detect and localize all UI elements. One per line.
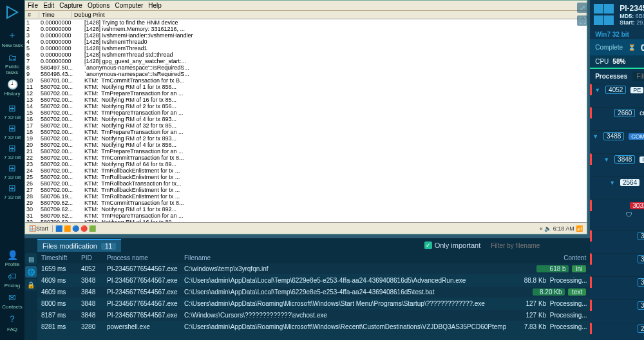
tag: PE	[639, 156, 644, 163]
file-row[interactable]: 4609 ms 3848 PI-23456776544567.exe C:\Us…	[37, 275, 590, 287]
shield-icon: 🛡	[626, 211, 632, 218]
process-stats: 📋91⚙9◆22	[590, 188, 644, 200]
tray-app-icon[interactable]: 🟧	[64, 225, 71, 232]
bottom-side-tabs[interactable]: ▤ 🌐 🔒	[24, 252, 37, 340]
rail-os-thumb[interactable]: ⊞7 32 bit	[0, 103, 24, 120]
debug-row[interactable]: 25580702.00...KTM: TmRollbackEnlistment …	[25, 174, 587, 180]
process-node[interactable]: 2728 sc.exe stop wuauserv	[590, 323, 644, 334]
debug-row[interactable]: 20580702.00...KTM: Notifying RM of 4 for…	[25, 142, 587, 148]
start-button[interactable]: 🪟Start	[25, 225, 53, 232]
process-node[interactable]: ▼ 3488 COM CMSTPLUA	[590, 130, 644, 142]
rail-icon: 🕘	[7, 79, 18, 90]
rail-history[interactable]: 🕘History	[0, 79, 24, 97]
process-tree[interactable]: ▼ 4052 PE PI-23456776544567.exe 📋862⚙63◆…	[590, 84, 644, 340]
process-stats: 📋518⚙92◆71	[590, 118, 644, 130]
process-node[interactable]: ▼ 2564 PE AdvancedRun.exe /EXEFilename "…	[590, 176, 644, 188]
debug-row[interactable]: 23580702.00...KTM: Notifying RM of 64 fo…	[25, 161, 587, 167]
tray-app-icon[interactable]: 🔴	[80, 225, 88, 232]
system-tray[interactable]: « 🔈 6:18 AM 📶	[536, 225, 587, 232]
debug-row[interactable]: 8580497.50...`anonymous-namespace'::IsRe…	[25, 64, 587, 71]
rail-public-tasks[interactable]: 🗂Public tasks	[0, 52, 24, 75]
debug-row[interactable]: 16580702.00...KTM: Notifying RM of 4 for…	[25, 116, 587, 122]
process-filter-input[interactable]	[632, 71, 644, 81]
side-tab-icon[interactable]: 🌐	[25, 266, 37, 278]
checkbox-icon[interactable]: ✓	[424, 241, 432, 249]
debug-row[interactable]: 50.00000000[1428] IvshmemThread1	[25, 45, 587, 52]
debug-row[interactable]: 29580709.62...KTM: TmCommitTransaction f…	[25, 200, 587, 206]
debug-row[interactable]: 14580702.00...KTM: Notifying RM of 2 for…	[25, 103, 587, 109]
file-row[interactable]: 8187 ms 3848 PI-23456776544567.exe C:\Wi…	[37, 310, 590, 321]
only-important-toggle[interactable]: ✓ Only important	[424, 241, 488, 249]
debug-row[interactable]: 10.00000000[1428] Trying to find the HNM…	[25, 19, 587, 26]
windows-icon: ⊞	[8, 183, 16, 193]
process-node[interactable]: 3064 sc.exe config Sense start= disabled	[590, 299, 644, 311]
rail-new-task[interactable]: ＋New task	[0, 30, 24, 48]
debug-row[interactable]: 12580702.00...KTM: TmPrepareTransaction …	[25, 90, 587, 97]
rail-profile[interactable]: 👤Profile	[0, 250, 24, 267]
debug-row[interactable]: 10580701.00...KTM: TmCommitTransaction f…	[25, 77, 587, 84]
tray-app-icon[interactable]: 🔵	[72, 225, 79, 232]
debug-row[interactable]: 30580709.62...KTM: Notifying RM of 1 for…	[25, 206, 587, 212]
file-row[interactable]: 8281 ms 3280 powershell.exe C:\Users\adm…	[37, 321, 590, 333]
debug-row[interactable]: 18580702.00...KTM: TmPrepareTransaction …	[25, 129, 587, 135]
process-stats: 📋1k⚙14◆15	[590, 218, 644, 230]
tray-app-icon[interactable]: 🟦	[55, 225, 62, 232]
rail-os-thumb[interactable]: ⊞7 32 bit	[0, 143, 24, 160]
side-tab-icon[interactable]: ▤	[25, 253, 37, 265]
debug-row[interactable]: 11580702.00...KTM: Notifying RM of 1 for…	[25, 84, 587, 90]
elapsed-timer: 00:44	[641, 42, 644, 53]
filter-filename-input[interactable]	[487, 241, 590, 250]
file-row[interactable]: 1659 ms 4052 PI-23456776544567.exe C:\wi…	[37, 263, 590, 275]
debugview-rows[interactable]: 10.00000000[1428] Trying to find the HNM…	[25, 19, 587, 222]
debug-row[interactable]: 9580498.43...`anonymous-namespace'::IsRe…	[25, 71, 587, 77]
debug-row[interactable]: 19580702.00...KTM: Notifying RM of 2 for…	[25, 135, 587, 142]
debug-row[interactable]: 24580702.00...KTM: TmRollbackEnlistment …	[25, 167, 587, 174]
debug-row[interactable]: 40.00000000[1428] IvshmemThread0	[25, 39, 587, 45]
taskbar[interactable]: 🪟Start 🟦 🟧 🔵 🔴 🟩 « 🔈 6:18 AM 📶	[25, 222, 587, 234]
caret-icon[interactable]: ▼	[594, 87, 601, 93]
debug-row[interactable]: 30.00000000[1428] IvshmemHandler::Ivshme…	[25, 32, 587, 39]
rail-pricing[interactable]: 🏷Pricing	[0, 271, 24, 288]
files-table-head: Timeshift PID Process name Filename Cont…	[37, 252, 590, 263]
debug-row[interactable]: 60.00000000[1428] IvshmemThread std::thr…	[25, 52, 587, 58]
rail-contacts[interactable]: ✉Contacts	[0, 292, 24, 310]
debug-row[interactable]: 28580706.19...KTM: TmRollbackEnlistment …	[25, 193, 587, 200]
debug-row[interactable]: 15580702.00...KTM: TmPrepareTransaction …	[25, 109, 587, 116]
side-tab-icon[interactable]: 🔒	[25, 279, 37, 290]
process-node[interactable]: ▼ 3848 PE PI-23456776544567.exe	[590, 153, 644, 165]
process-node[interactable]: 3416 sc.exe stop Sense	[590, 276, 644, 288]
debug-row[interactable]: 20.00000000[1428] ivshmem.Memory: 331612…	[25, 26, 587, 32]
debug-row[interactable]: 13580702.00...KTM: Notifying RM of 16 fo…	[25, 97, 587, 103]
process-node[interactable]: 2660 cmstp.exe /au C:\windows\temp\x3yrq…	[590, 107, 644, 118]
debug-row[interactable]: 70.00000000[1428] gpg_guest_any_watcher_…	[25, 58, 587, 64]
debug-row[interactable]: 21580702.00...KTM: TmPrepareTransaction …	[25, 148, 587, 155]
rail-os-thumb[interactable]: ⊞7 32 bit	[0, 123, 24, 140]
tab-files-modification[interactable]: Files modification 11	[37, 239, 121, 252]
popout-icon[interactable]: ⤢	[577, 3, 587, 13]
rail-os-thumb[interactable]: ⊞7 32 bit	[0, 163, 24, 180]
process-node[interactable]: 3226 sc.exe stop windefend	[590, 230, 644, 241]
process-node[interactable]: 3032 cmd.exe /c "C:\Users\admin\AppData\…	[590, 200, 644, 211]
process-node[interactable]: ▼ 4052 PE PI-23456776544567.exe	[590, 84, 644, 95]
tray-app-icon[interactable]: 🟩	[89, 225, 96, 232]
rail-faq[interactable]: ？FAQ	[0, 314, 24, 332]
debug-row[interactable]: 27580702.00...KTM: TmRollbackEnlistment …	[25, 187, 587, 193]
file-row[interactable]: 8000 ms 3848 PI-23456776544567.exe C:\Us…	[37, 298, 590, 310]
file-row[interactable]: 4609 ms 3848 PI-23456776544567.exe C:\Us…	[37, 287, 590, 298]
debug-row[interactable]: 22580702.00...KTM: TmCommitTransaction f…	[25, 155, 587, 161]
debug-row[interactable]: 26580702.00...KTM: TmRollbackTransaction…	[25, 180, 587, 187]
fullscreen-icon[interactable]: ⛶	[577, 15, 587, 26]
caret-icon[interactable]: ▼	[592, 133, 599, 140]
debugview-menu[interactable]: FileEditCaptureOptionsComputerHelp	[25, 1, 587, 11]
process-stats: 📋1k⚙4k◆101	[590, 165, 644, 176]
pid-badge: 3308	[638, 255, 644, 263]
windows-icon: ⊞	[8, 123, 16, 133]
rail-os-thumb[interactable]: ⊞7 32 bit	[0, 183, 24, 200]
caret-icon[interactable]: ▼	[603, 156, 610, 163]
debug-row[interactable]: 31580709.62...KTM: TmPrepareTransaction …	[25, 212, 587, 219]
timer-row: Complete ⏳ 00:44 ⊕ Add time ⊘ Stop	[590, 39, 644, 55]
debug-row[interactable]: 17580702.00...KTM: Notifying RM of 32 fo…	[25, 122, 587, 129]
process-node[interactable]: 3308 sc.exe config windefend start= disa…	[590, 253, 644, 265]
caret-icon[interactable]: ▼	[609, 180, 615, 186]
sample-start-time: Start: 29.10.2021, 09:17	[620, 19, 644, 26]
